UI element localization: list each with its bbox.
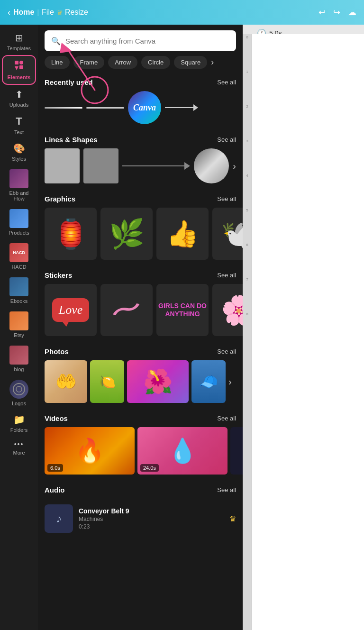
sidebar-uploads-label: Uploads [9, 102, 28, 108]
chip-square[interactable]: Square [174, 56, 207, 69]
sidebar-folders-label: Folders [10, 427, 28, 433]
undo-button[interactable]: ↩ [318, 7, 326, 18]
sidebar-item-uploads[interactable]: ⬆ Uploads [2, 85, 36, 111]
save-button[interactable]: ☁ [348, 7, 356, 18]
photos-header: Photos See all [45, 347, 236, 356]
recently-used-title: Recently used [45, 78, 93, 86]
video-fire[interactable]: 🔥 6.0s [45, 427, 135, 475]
sidebar-item-ebooks[interactable]: Ebooks [2, 274, 36, 308]
sidebar-item-more[interactable]: ••• More [2, 437, 36, 459]
photo-fruit[interactable]: 🍋 [90, 360, 124, 403]
recently-line1[interactable] [45, 91, 82, 124]
chips-more-icon[interactable]: › [211, 57, 214, 67]
resize-button[interactable]: Resize [65, 8, 88, 17]
redo-button[interactable]: ↪ [333, 7, 340, 18]
audio-track-title: Conveyor Belt 9 [79, 507, 224, 515]
sidebar-item-elements[interactable]: Elements [2, 55, 36, 85]
sticker-love-bubble: Love [52, 298, 90, 322]
music-icon: ♪ [56, 512, 62, 525]
rain-icon: 💧 [168, 437, 197, 465]
chip-line[interactable]: Line [45, 56, 70, 69]
recently-canva-circle[interactable]: Canva [128, 91, 161, 124]
file-menu[interactable]: File [42, 8, 54, 17]
graphic-1[interactable]: 🏮 [45, 208, 97, 260]
sidebar-item-ebb-flow[interactable]: Ebb and Flow [2, 165, 36, 205]
recently-used-header: Recently used See all [45, 78, 236, 86]
shape-arrow-long[interactable] [122, 162, 190, 170]
shape-square-2[interactable] [83, 148, 118, 183]
sidebar-item-text[interactable]: T Text [2, 111, 36, 139]
squiggle-icon: 〜 [106, 290, 146, 329]
search-wrap: 🔍 [38, 25, 243, 56]
graphic-2[interactable]: 🌿 [100, 208, 153, 260]
text-icon: T [16, 115, 22, 128]
stickers-header: Stickers See all [45, 271, 236, 279]
shape-circle[interactable] [194, 148, 229, 183]
search-input[interactable] [65, 37, 229, 45]
blog-thumb [9, 346, 28, 365]
person-icon: 🧢 [199, 373, 218, 391]
recently-line2[interactable] [86, 91, 124, 124]
svg-marker-2 [15, 66, 18, 70]
shapes-more-icon[interactable]: › [233, 161, 236, 172]
sticker-squiggle[interactable]: 〜 [100, 284, 153, 336]
ebooks-thumb [9, 277, 28, 296]
home-link[interactable]: Home [13, 8, 34, 17]
sticker-love-text: Love [59, 303, 83, 317]
sidebar-item-templates[interactable]: ⊞ Templates [2, 28, 36, 55]
video-rain[interactable]: 💧 24.0s [137, 427, 228, 475]
recently-arrow[interactable] [165, 91, 198, 124]
photos-more-icon[interactable]: › [228, 376, 232, 387]
flower-photo-icon: 🌺 [143, 368, 173, 395]
graphic-3[interactable]: 👍 [156, 208, 209, 260]
recently-used-see-all[interactable]: See all [217, 79, 236, 86]
chip-circle[interactable]: Circle [141, 56, 170, 69]
sidebar-item-folders[interactable]: 📁 Folders [2, 410, 36, 437]
audio-see-all[interactable]: See all [217, 486, 236, 493]
photo-person[interactable]: 🧢 [191, 360, 226, 403]
recently-grid: Canva [45, 91, 236, 129]
lines-shapes-section: Lines & Shapes See all › [38, 131, 243, 190]
photos-row: 🤲 🍋 🌺 🧢 › [45, 360, 236, 408]
lines-shapes-see-all[interactable]: See all [217, 136, 236, 143]
search-box[interactable]: 🔍 [45, 30, 236, 51]
shape-square-1[interactable] [45, 148, 80, 183]
photo-flower[interactable]: 🌺 [127, 360, 189, 403]
sidebar-item-blog[interactable]: blog [2, 342, 36, 376]
photo-hands[interactable]: 🤲 [45, 360, 87, 403]
video-dark[interactable] [230, 427, 243, 475]
photos-section: Photos See all 🤲 🍋 🌺 🧢 › [38, 343, 243, 410]
line-shape [45, 107, 82, 109]
arrow-head [193, 104, 198, 111]
lines-shapes-title: Lines & Shapes [45, 136, 98, 144]
graphic-plant-icon: 🌿 [109, 217, 145, 251]
back-chevron-icon[interactable]: ‹ [8, 8, 10, 18]
filter-chips: Line Frame Arrow Circle Square › [38, 56, 243, 73]
sticker-girls[interactable]: GIRLS CAN DO ANYTHING [156, 284, 209, 336]
graphics-section: Graphics See all 🏮 🌿 👍 🕊️ › [38, 190, 243, 266]
sidebar-item-hacd[interactable]: HACD HACD [2, 239, 36, 274]
topbar-nav: ‹ Home | File ♛ Resize [8, 8, 88, 18]
products-thumb [9, 209, 28, 228]
graphic-bird-icon: 🕊️ [221, 217, 243, 251]
sticker-flower[interactable]: 🌸 [212, 284, 243, 336]
chip-frame[interactable]: Frame [73, 56, 105, 69]
main-layout: ⊞ Templates Elements ⬆ Uploads T Text [0, 25, 364, 630]
audio-info: Conveyor Belt 9 Machines 0:23 [79, 507, 224, 530]
audio-track[interactable]: ♪ Conveyor Belt 9 Machines 0:23 ♛ [38, 501, 243, 539]
photos-see-all[interactable]: See all [217, 348, 236, 355]
styles-icon: 🎨 [13, 143, 25, 154]
graphics-see-all[interactable]: See all [217, 195, 236, 202]
sticker-love[interactable]: Love [45, 284, 97, 336]
hacd-thumb: HACD [9, 243, 28, 262]
sidebar-item-logos[interactable]: Logos [2, 376, 36, 410]
stickers-see-all[interactable]: See all [217, 272, 236, 279]
stickers-title: Stickers [45, 271, 72, 279]
graphic-4[interactable]: 🕊️ [212, 208, 243, 260]
chip-arrow[interactable]: Arrow [108, 56, 137, 69]
svg-point-5 [16, 386, 22, 392]
sidebar-item-products[interactable]: Products [2, 205, 36, 239]
sidebar-item-styles[interactable]: 🎨 Styles [2, 139, 36, 165]
sidebar-item-etsy[interactable]: Etsy [2, 308, 36, 342]
videos-see-all[interactable]: See all [217, 415, 236, 422]
